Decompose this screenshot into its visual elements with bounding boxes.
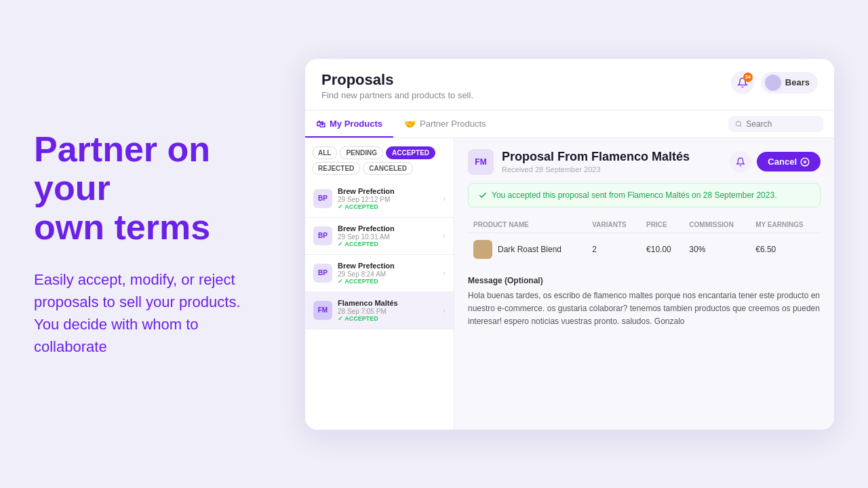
left-panel: Partner on your own terms Easily accept,… — [0, 103, 285, 385]
proposal-date: 29 Sep 12:12 PM — [338, 196, 437, 203]
app-window: Proposals Find new partners and products… — [305, 59, 834, 430]
table-row: Dark Roast Blend 2 €10.00 30% €6.50 — [468, 232, 821, 266]
proposal-name: Brew Prefection — [338, 187, 437, 195]
proposal-info: Flamenco Maltés 28 Sep 7:05 PM ✓ ACCEPTE… — [338, 299, 437, 322]
header-actions: 34 Bears — [731, 71, 818, 94]
app-subtitle: Find new partners and products to sell. — [321, 90, 473, 100]
proposal-logo: BP — [313, 189, 332, 208]
proposal-detail: FM Proposal From Flamenco Maltés Receive… — [454, 138, 834, 430]
col-commission: COMMISSION — [684, 217, 750, 233]
chevron-right-icon: › — [443, 231, 446, 241]
products-table: PRODUCT NAME VARIANTS PRICE COMMISSION M… — [468, 217, 821, 266]
proposal-info: Brew Prefection 29 Sep 12:12 PM ✓ ACCEPT… — [338, 187, 437, 210]
message-text: Hola buenas tardes, os escribo de flamen… — [468, 289, 821, 329]
detail-title-row: FM Proposal From Flamenco Maltés Receive… — [468, 149, 690, 175]
col-product-name: PRODUCT NAME — [468, 217, 587, 233]
filter-accepted[interactable]: ACCEPTED — [386, 146, 435, 159]
check-icon — [478, 190, 488, 200]
app-header: Proposals Find new partners and products… — [305, 59, 834, 110]
proposal-logo: FM — [313, 301, 332, 320]
proposal-logo: BP — [313, 264, 332, 283]
search-box[interactable] — [728, 116, 823, 132]
proposal-logo: BP — [313, 226, 332, 245]
col-variants: VARIANTS — [587, 217, 641, 233]
message-label: Message (Optional) — [468, 276, 821, 285]
app-title: Proposals — [321, 71, 473, 89]
proposals-list: ALL PENDING ACCEPTED REJECTED CANCELED B… — [305, 138, 454, 430]
product-price-cell: €10.00 — [641, 232, 684, 266]
proposal-status: ✓ ACCEPTED — [338, 203, 437, 210]
col-earnings: MY EARNINGS — [750, 217, 821, 233]
filter-canceled[interactable]: CANCELED — [363, 162, 413, 175]
detail-title-info: Proposal From Flamenco Maltés Received 2… — [502, 150, 690, 174]
chevron-right-icon: › — [443, 194, 446, 203]
proposal-status: ✓ ACCEPTED — [338, 315, 437, 322]
list-item[interactable]: BP Brew Prefection 29 Sep 12:12 PM ✓ ACC… — [305, 180, 454, 218]
col-price: PRICE — [641, 217, 684, 233]
user-chip[interactable]: Bears — [761, 72, 818, 94]
product-name-cell: Dark Roast Blend — [468, 232, 587, 266]
proposal-date: 28 Sep 7:05 PM — [338, 308, 437, 315]
search-icon — [735, 120, 742, 128]
x-icon — [800, 157, 810, 167]
chevron-right-icon: › — [443, 306, 446, 315]
tabs-row: 🛍 My Products 🤝 Partner Products — [305, 110, 497, 138]
detail-header: FM Proposal From Flamenco Maltés Receive… — [468, 149, 821, 175]
bell-icon — [736, 157, 745, 167]
list-item[interactable]: BP Brew Prefection 29 Sep 8:24 AM ✓ ACCE… — [305, 255, 454, 292]
product-earnings-cell: €6.50 — [750, 232, 821, 266]
product-variants-cell: 2 — [587, 232, 641, 266]
header-text: Proposals Find new partners and products… — [321, 71, 473, 100]
right-panel: Proposals Find new partners and products… — [285, 45, 868, 443]
svg-point-0 — [736, 121, 741, 126]
list-item[interactable]: FM Flamenco Maltés 28 Sep 7:05 PM ✓ ACCE… — [305, 292, 454, 329]
partner-products-icon: 🤝 — [404, 119, 416, 129]
cancel-button[interactable]: Cancel — [757, 152, 821, 171]
table-header-row: PRODUCT NAME VARIANTS PRICE COMMISSION M… — [468, 217, 821, 233]
filter-row: ALL PENDING ACCEPTED REJECTED CANCELED — [305, 138, 454, 180]
proposal-date: 29 Sep 8:24 AM — [338, 270, 437, 278]
detail-bell-button[interactable] — [730, 151, 751, 173]
avatar — [765, 75, 781, 91]
notification-bell-button[interactable]: 34 — [731, 71, 754, 94]
proposal-date: 29 Sep 10:31 AM — [338, 233, 437, 241]
chevron-right-icon: › — [443, 268, 446, 278]
message-section: Message (Optional) Hola buenas tardes, o… — [468, 276, 821, 329]
proposal-name: Brew Prefection — [338, 262, 437, 270]
detail-title: Proposal From Flamenco Maltés — [502, 150, 690, 164]
my-products-icon: 🛍 — [316, 119, 326, 129]
tab-partner-products[interactable]: 🤝 Partner Products — [393, 110, 497, 138]
notification-badge: 34 — [743, 73, 753, 82]
list-item[interactable]: BP Brew Prefection 29 Sep 10:31 AM ✓ ACC… — [305, 218, 454, 255]
detail-received-date: Received 28 September 2023 — [502, 165, 690, 174]
product-commission-cell: 30% — [684, 232, 750, 266]
product-thumbnail — [473, 240, 492, 259]
search-input[interactable] — [746, 119, 816, 129]
detail-actions: Cancel — [730, 151, 821, 173]
content-area: ALL PENDING ACCEPTED REJECTED CANCELED B… — [305, 138, 834, 430]
proposal-info: Brew Prefection 29 Sep 8:24 AM ✓ ACCEPTE… — [338, 262, 437, 285]
filter-pending[interactable]: PENDING — [340, 146, 383, 159]
filter-all[interactable]: ALL — [312, 146, 337, 159]
proposal-name: Flamenco Maltés — [338, 299, 437, 307]
hero-subtitle: Easily accept, modify, or reject proposa… — [34, 268, 258, 358]
brand-logo: FM — [468, 149, 494, 175]
proposal-name: Brew Prefection — [338, 224, 437, 232]
proposal-info: Brew Prefection 29 Sep 10:31 AM ✓ ACCEPT… — [338, 224, 437, 247]
success-banner: You accepted this proposal sent from Fla… — [468, 183, 821, 207]
tab-my-products[interactable]: 🛍 My Products — [305, 110, 393, 138]
hero-title: Partner on your own terms — [34, 130, 258, 247]
user-name: Bears — [785, 77, 810, 87]
proposal-status: ✓ ACCEPTED — [338, 278, 437, 285]
filter-rejected[interactable]: REJECTED — [312, 162, 360, 175]
tabs-search-row: 🛍 My Products 🤝 Partner Products — [305, 110, 834, 138]
proposal-status: ✓ ACCEPTED — [338, 241, 437, 247]
